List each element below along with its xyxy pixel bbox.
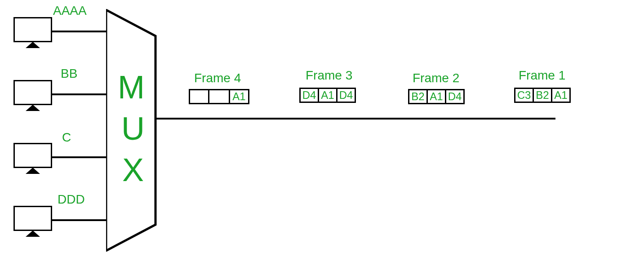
- frame-cell: B2: [408, 89, 428, 104]
- frame-cell: A1: [551, 88, 571, 103]
- frame-title: Frame 2: [413, 71, 459, 85]
- frame-cell: D4: [445, 89, 465, 104]
- input-label-c: C: [62, 130, 71, 145]
- frame-cell: B2: [533, 88, 552, 103]
- frame-cell: D4: [336, 88, 356, 103]
- input-label-d: DDD: [58, 192, 85, 207]
- computer-icon: [13, 80, 52, 112]
- frame-cell: C3: [514, 88, 534, 103]
- mux-label: M: [118, 71, 145, 103]
- frame-cell: [189, 89, 209, 104]
- wire: [52, 31, 106, 32]
- frame-cell: [208, 89, 230, 104]
- computer-icon: [13, 17, 52, 49]
- computer-icon: [13, 206, 52, 238]
- frame-cell: A1: [318, 88, 338, 103]
- frame-cell: D4: [299, 88, 319, 103]
- frame-title: Frame 1: [519, 68, 565, 83]
- wire: [52, 93, 106, 95]
- frame-cell: A1: [229, 89, 249, 104]
- frame-title: Frame 3: [306, 68, 352, 83]
- output-wire: [155, 118, 555, 120]
- input-label-a: AAAA: [53, 4, 87, 18]
- mux-label: U: [121, 112, 145, 145]
- mux-label: X: [122, 154, 144, 186]
- computer-icon: [13, 143, 52, 175]
- wire: [52, 156, 106, 158]
- frame-cell: A1: [426, 89, 446, 104]
- input-label-b: BB: [61, 66, 77, 81]
- frame-title: Frame 4: [194, 71, 241, 85]
- wire: [52, 219, 106, 221]
